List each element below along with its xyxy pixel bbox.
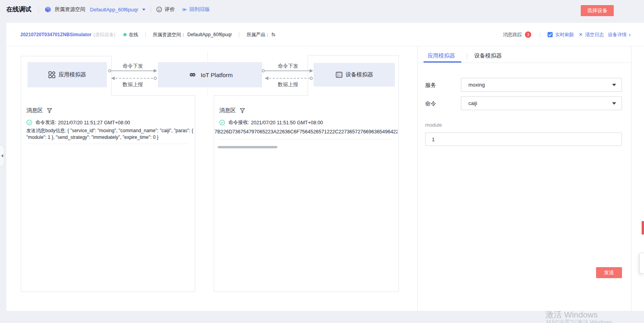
chevron-right-icon[interactable]: › xyxy=(629,32,631,37)
message-trace-link[interactable]: 消息跟踪 xyxy=(503,31,522,38)
topbar-divider-2 xyxy=(151,6,151,13)
app-grid-icon xyxy=(48,71,55,78)
service-select[interactable]: moxing xyxy=(461,78,622,92)
smiley-icon xyxy=(156,6,162,13)
device-type-tag: (虚拟设备) xyxy=(94,31,116,38)
device-simulator-label: 设备模拟器 xyxy=(346,71,373,78)
resource-space-select[interactable]: DefaultApp_60f6puqr xyxy=(90,6,145,13)
app-message-entry: 命令发送: 2021/07/20 11:51:27 GMT+08:00 xyxy=(26,119,130,126)
online-debug-page: 在线调试 所属资源空间 DefaultApp_60f6puqr 评价 xyxy=(0,0,644,323)
panel-right-border xyxy=(631,46,631,311)
edge-red-widget[interactable] xyxy=(642,221,644,234)
device-panel-icon xyxy=(336,71,343,78)
app-message-area-title: 消息区 xyxy=(26,107,43,114)
header-product-value: fs xyxy=(272,32,275,37)
clear-log-link[interactable]: 清空日志 xyxy=(585,31,604,38)
module-param-label: module xyxy=(425,122,442,128)
clear-log-close-icon[interactable]: ✕ xyxy=(579,32,583,37)
device-detail-link[interactable]: 设备详情 xyxy=(608,31,627,38)
app-simulator-box: 应用模拟器 xyxy=(28,62,107,87)
sidebar-collapse-handle[interactable] xyxy=(0,145,4,167)
filter-icon-2[interactable] xyxy=(240,108,245,113)
tab-app-simulator[interactable]: 应用模拟器 xyxy=(427,52,455,59)
filter-icon[interactable] xyxy=(47,108,52,113)
realtime-refresh-label[interactable]: 实时刷新 xyxy=(555,31,574,38)
device-card-notch-patch xyxy=(308,95,398,96)
device-simulator-box: 设备模拟器 xyxy=(314,63,395,87)
select-device-button[interactable]: 选择设备 xyxy=(581,5,614,16)
app-event-label: 命令发送: xyxy=(35,119,56,126)
header-product-label: 所属产品： xyxy=(246,31,270,38)
online-status-text: 在线 xyxy=(129,31,138,38)
tabs-bottom-border xyxy=(417,63,631,63)
device-message-body: 7B226D736754797065223A22636C6F7564526571… xyxy=(215,129,398,135)
app-card-notch-patch xyxy=(21,95,111,96)
resource-space-value[interactable]: DefaultApp_60f6puqr xyxy=(90,7,138,13)
horizontal-scrollbar-thumb[interactable] xyxy=(218,146,277,148)
topbar-divider xyxy=(39,6,39,13)
app-simulator-label: 应用模拟器 xyxy=(59,71,86,78)
device-message-area-title: 消息区 xyxy=(219,107,236,114)
command-select-value: caiji xyxy=(468,100,477,106)
send-button[interactable]: 发送 xyxy=(596,267,622,278)
data-report-label-1: 数据上报 xyxy=(122,81,143,88)
device-event-label: 命令接收: xyxy=(228,119,249,126)
service-label: 服务 xyxy=(425,82,436,89)
back-arrow-icon xyxy=(182,7,188,13)
topbar: 在线调试 所属资源空间 DefaultApp_60f6puqr 评价 xyxy=(0,0,644,19)
chevron-down-icon xyxy=(612,84,616,86)
chevron-down-icon xyxy=(142,9,145,11)
realtime-refresh-checkbox[interactable] xyxy=(547,32,553,37)
header-resource-space-value: DefaultApp_60f6puqr xyxy=(187,32,232,37)
device-message-area-header: 消息区 xyxy=(219,107,245,114)
rate-link[interactable]: 评价 xyxy=(165,6,175,13)
app-message-area-header: 消息区 xyxy=(26,107,52,114)
device-message-divider xyxy=(219,139,393,140)
tab-divider xyxy=(467,53,467,59)
windows-activate-watermark: 激活 Windows xyxy=(545,309,598,320)
check-circle-icon-2 xyxy=(219,120,225,126)
windows-activate-watermark-line2: 转到“设置”以激活 Windows xyxy=(546,319,612,323)
device-header-right: 消息跟踪 3 实时刷新 ✕ 清空日志 设备详情 › xyxy=(503,23,631,46)
check-circle-icon xyxy=(26,120,32,126)
module-param-input[interactable] xyxy=(425,133,622,146)
tab-device-simulator[interactable]: 设备模拟器 xyxy=(474,52,502,59)
command-down-label-1: 命令下发 xyxy=(122,63,143,70)
app-message-body: 发送消息body信息: { "service_id": "moxing", "c… xyxy=(26,127,195,141)
edge-white-widget[interactable] xyxy=(639,253,644,274)
device-message-entry: 命令接收: 2021/07/20 11:51:50 GMT+08:00 xyxy=(219,119,323,126)
panel-left-border xyxy=(417,46,418,311)
app-message-divider xyxy=(26,144,189,144)
device-header-left: 20210720T034701ZNBSimulator (虚拟设备) 在线 所属… xyxy=(20,23,275,46)
resource-space-cube-icon xyxy=(44,6,51,13)
device-name-link[interactable]: 20210720T034701ZNBSimulator xyxy=(20,32,92,37)
chevron-down-icon xyxy=(612,102,616,105)
header-divider-3 xyxy=(540,31,540,38)
service-select-value: moxing xyxy=(468,82,485,88)
resource-space-label: 所属资源空间 xyxy=(55,6,85,13)
back-to-old-link[interactable]: 回到旧版 xyxy=(189,6,210,13)
data-report-label-2: 数据上报 xyxy=(277,81,299,88)
device-event-time: 2021/07/20 11:51:50 GMT+08:00 xyxy=(251,120,323,126)
header-resource-space-label: 所属资源空间： xyxy=(153,31,186,38)
command-select[interactable]: caiji xyxy=(461,96,622,110)
page-title: 在线调试 xyxy=(6,6,31,14)
header-divider-1 xyxy=(145,31,146,38)
message-trace-badge: 3 xyxy=(525,31,531,38)
chevron-left-icon xyxy=(1,154,3,157)
app-event-time: 2021/07/20 11:51:27 GMT+08:00 xyxy=(58,120,130,126)
header-divider-2 xyxy=(239,31,239,38)
command-down-label-2: 命令下发 xyxy=(277,63,299,70)
online-status-dot xyxy=(123,33,127,36)
command-label: 命令 xyxy=(425,100,436,107)
